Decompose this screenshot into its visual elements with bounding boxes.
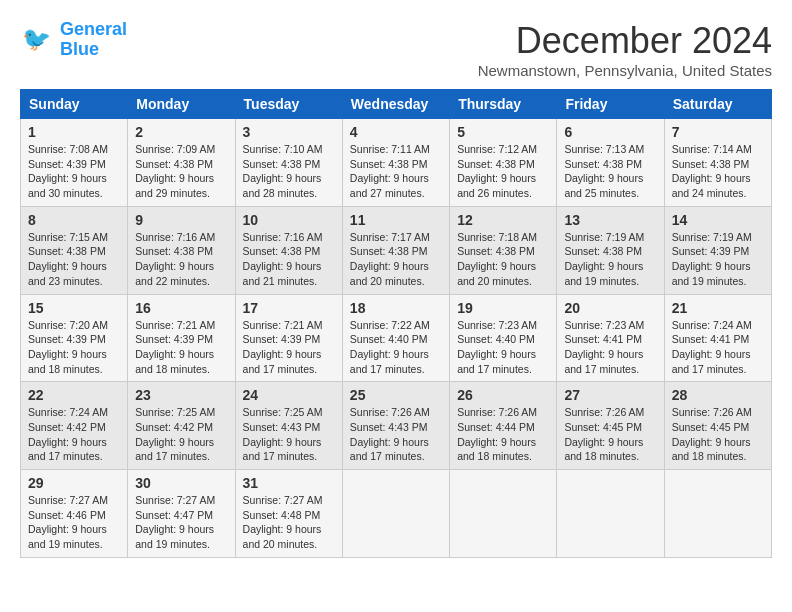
day-info: Sunrise: 7:21 AM Sunset: 4:39 PM Dayligh… (243, 318, 335, 377)
day-number: 30 (135, 475, 227, 491)
day-number: 31 (243, 475, 335, 491)
day-header-monday: Monday (128, 90, 235, 119)
day-info: Sunrise: 7:27 AM Sunset: 4:48 PM Dayligh… (243, 493, 335, 552)
day-info: Sunrise: 7:21 AM Sunset: 4:39 PM Dayligh… (135, 318, 227, 377)
day-number: 20 (564, 300, 656, 316)
day-number: 23 (135, 387, 227, 403)
day-info: Sunrise: 7:09 AM Sunset: 4:38 PM Dayligh… (135, 142, 227, 201)
day-info: Sunrise: 7:20 AM Sunset: 4:39 PM Dayligh… (28, 318, 120, 377)
calendar-cell: 7 Sunrise: 7:14 AM Sunset: 4:38 PM Dayli… (664, 119, 771, 207)
day-header-saturday: Saturday (664, 90, 771, 119)
week-row-3: 15 Sunrise: 7:20 AM Sunset: 4:39 PM Dayl… (21, 294, 772, 382)
day-number: 24 (243, 387, 335, 403)
day-number: 18 (350, 300, 442, 316)
day-info: Sunrise: 7:17 AM Sunset: 4:38 PM Dayligh… (350, 230, 442, 289)
logo-text: General Blue (60, 20, 127, 60)
day-number: 7 (672, 124, 764, 140)
logo-line1: General (60, 19, 127, 39)
calendar-cell: 20 Sunrise: 7:23 AM Sunset: 4:41 PM Dayl… (557, 294, 664, 382)
day-number: 27 (564, 387, 656, 403)
day-number: 11 (350, 212, 442, 228)
day-number: 21 (672, 300, 764, 316)
calendar-cell: 22 Sunrise: 7:24 AM Sunset: 4:42 PM Dayl… (21, 382, 128, 470)
day-info: Sunrise: 7:25 AM Sunset: 4:42 PM Dayligh… (135, 405, 227, 464)
day-number: 1 (28, 124, 120, 140)
calendar-cell: 12 Sunrise: 7:18 AM Sunset: 4:38 PM Dayl… (450, 206, 557, 294)
calendar-cell: 2 Sunrise: 7:09 AM Sunset: 4:38 PM Dayli… (128, 119, 235, 207)
calendar-cell: 31 Sunrise: 7:27 AM Sunset: 4:48 PM Dayl… (235, 470, 342, 558)
calendar-cell: 10 Sunrise: 7:16 AM Sunset: 4:38 PM Dayl… (235, 206, 342, 294)
day-info: Sunrise: 7:19 AM Sunset: 4:38 PM Dayligh… (564, 230, 656, 289)
day-number: 10 (243, 212, 335, 228)
day-info: Sunrise: 7:25 AM Sunset: 4:43 PM Dayligh… (243, 405, 335, 464)
day-info: Sunrise: 7:14 AM Sunset: 4:38 PM Dayligh… (672, 142, 764, 201)
day-header-friday: Friday (557, 90, 664, 119)
calendar-cell: 23 Sunrise: 7:25 AM Sunset: 4:42 PM Dayl… (128, 382, 235, 470)
logo: 🐦 General Blue (20, 20, 127, 60)
day-info: Sunrise: 7:18 AM Sunset: 4:38 PM Dayligh… (457, 230, 549, 289)
calendar-cell: 11 Sunrise: 7:17 AM Sunset: 4:38 PM Dayl… (342, 206, 449, 294)
calendar-cell (664, 470, 771, 558)
calendar-cell: 6 Sunrise: 7:13 AM Sunset: 4:38 PM Dayli… (557, 119, 664, 207)
calendar-cell: 15 Sunrise: 7:20 AM Sunset: 4:39 PM Dayl… (21, 294, 128, 382)
day-info: Sunrise: 7:24 AM Sunset: 4:41 PM Dayligh… (672, 318, 764, 377)
calendar-table: SundayMondayTuesdayWednesdayThursdayFrid… (20, 89, 772, 558)
day-header-thursday: Thursday (450, 90, 557, 119)
calendar-cell: 1 Sunrise: 7:08 AM Sunset: 4:39 PM Dayli… (21, 119, 128, 207)
calendar-cell: 5 Sunrise: 7:12 AM Sunset: 4:38 PM Dayli… (450, 119, 557, 207)
day-number: 26 (457, 387, 549, 403)
calendar-cell: 13 Sunrise: 7:19 AM Sunset: 4:38 PM Dayl… (557, 206, 664, 294)
day-number: 28 (672, 387, 764, 403)
calendar-cell: 16 Sunrise: 7:21 AM Sunset: 4:39 PM Dayl… (128, 294, 235, 382)
day-info: Sunrise: 7:26 AM Sunset: 4:43 PM Dayligh… (350, 405, 442, 464)
day-info: Sunrise: 7:19 AM Sunset: 4:39 PM Dayligh… (672, 230, 764, 289)
calendar-cell: 28 Sunrise: 7:26 AM Sunset: 4:45 PM Dayl… (664, 382, 771, 470)
day-number: 19 (457, 300, 549, 316)
calendar-cell (342, 470, 449, 558)
day-number: 2 (135, 124, 227, 140)
day-number: 29 (28, 475, 120, 491)
day-info: Sunrise: 7:23 AM Sunset: 4:41 PM Dayligh… (564, 318, 656, 377)
week-row-1: 1 Sunrise: 7:08 AM Sunset: 4:39 PM Dayli… (21, 119, 772, 207)
day-info: Sunrise: 7:16 AM Sunset: 4:38 PM Dayligh… (243, 230, 335, 289)
calendar-cell: 18 Sunrise: 7:22 AM Sunset: 4:40 PM Dayl… (342, 294, 449, 382)
day-info: Sunrise: 7:15 AM Sunset: 4:38 PM Dayligh… (28, 230, 120, 289)
day-number: 15 (28, 300, 120, 316)
day-number: 9 (135, 212, 227, 228)
day-number: 22 (28, 387, 120, 403)
day-info: Sunrise: 7:23 AM Sunset: 4:40 PM Dayligh… (457, 318, 549, 377)
day-number: 13 (564, 212, 656, 228)
logo-line2: Blue (60, 40, 127, 60)
day-info: Sunrise: 7:08 AM Sunset: 4:39 PM Dayligh… (28, 142, 120, 201)
day-header-tuesday: Tuesday (235, 90, 342, 119)
svg-text:🐦: 🐦 (22, 25, 52, 53)
day-number: 14 (672, 212, 764, 228)
day-info: Sunrise: 7:22 AM Sunset: 4:40 PM Dayligh… (350, 318, 442, 377)
day-number: 12 (457, 212, 549, 228)
calendar-cell: 9 Sunrise: 7:16 AM Sunset: 4:38 PM Dayli… (128, 206, 235, 294)
calendar-header: SundayMondayTuesdayWednesdayThursdayFrid… (21, 90, 772, 119)
calendar-cell: 30 Sunrise: 7:27 AM Sunset: 4:47 PM Dayl… (128, 470, 235, 558)
calendar-cell: 29 Sunrise: 7:27 AM Sunset: 4:46 PM Dayl… (21, 470, 128, 558)
day-info: Sunrise: 7:13 AM Sunset: 4:38 PM Dayligh… (564, 142, 656, 201)
calendar-cell (450, 470, 557, 558)
month-title: December 2024 (478, 20, 772, 62)
week-row-2: 8 Sunrise: 7:15 AM Sunset: 4:38 PM Dayli… (21, 206, 772, 294)
calendar-cell: 26 Sunrise: 7:26 AM Sunset: 4:44 PM Dayl… (450, 382, 557, 470)
calendar-cell: 25 Sunrise: 7:26 AM Sunset: 4:43 PM Dayl… (342, 382, 449, 470)
calendar-cell: 3 Sunrise: 7:10 AM Sunset: 4:38 PM Dayli… (235, 119, 342, 207)
day-info: Sunrise: 7:26 AM Sunset: 4:45 PM Dayligh… (672, 405, 764, 464)
day-number: 17 (243, 300, 335, 316)
day-number: 3 (243, 124, 335, 140)
day-number: 25 (350, 387, 442, 403)
day-info: Sunrise: 7:26 AM Sunset: 4:45 PM Dayligh… (564, 405, 656, 464)
calendar-cell: 24 Sunrise: 7:25 AM Sunset: 4:43 PM Dayl… (235, 382, 342, 470)
day-header-sunday: Sunday (21, 90, 128, 119)
calendar-cell: 4 Sunrise: 7:11 AM Sunset: 4:38 PM Dayli… (342, 119, 449, 207)
day-info: Sunrise: 7:16 AM Sunset: 4:38 PM Dayligh… (135, 230, 227, 289)
calendar-cell (557, 470, 664, 558)
calendar-cell: 27 Sunrise: 7:26 AM Sunset: 4:45 PM Dayl… (557, 382, 664, 470)
calendar-cell: 19 Sunrise: 7:23 AM Sunset: 4:40 PM Dayl… (450, 294, 557, 382)
day-info: Sunrise: 7:12 AM Sunset: 4:38 PM Dayligh… (457, 142, 549, 201)
title-block: December 2024 Newmanstown, Pennsylvania,… (478, 20, 772, 79)
